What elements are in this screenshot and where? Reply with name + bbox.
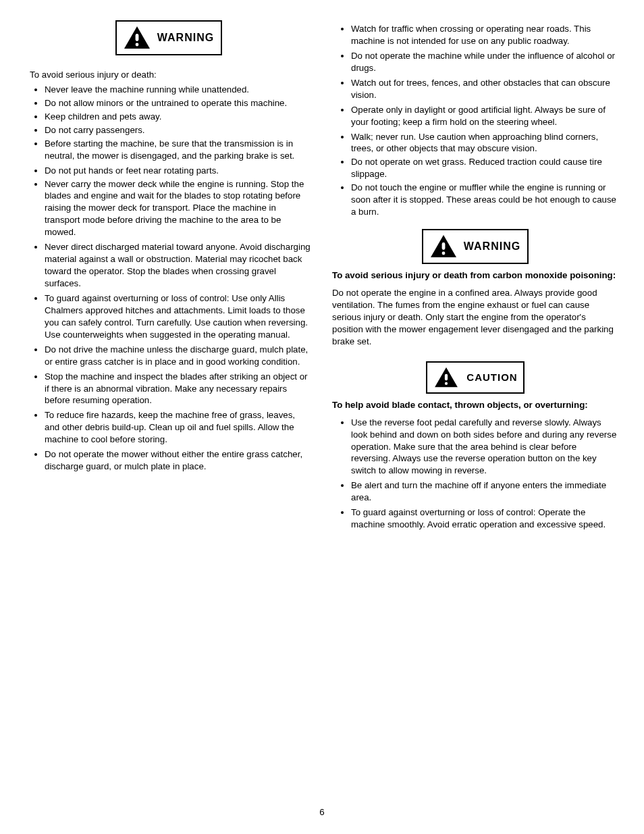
list-item: Do not operate the machine while under t…	[351, 50, 618, 74]
svg-point-1	[135, 43, 138, 47]
list-item: Do not put hands or feet near rotating p…	[45, 165, 312, 177]
svg-point-4	[441, 252, 445, 255]
list-item: Before starting the machine, be sure tha…	[45, 138, 312, 162]
list-item: Never carry the mower deck while the eng…	[45, 178, 312, 239]
warning-triangle-icon	[124, 26, 151, 50]
list-item: Walk; never run. Use caution when approa…	[351, 131, 618, 155]
list-item: Do not drive the machine unless the disc…	[45, 344, 312, 368]
list-item: Keep children and pets away.	[45, 111, 312, 123]
list-item: Do not operate on wet grass. Reduced tra…	[351, 156, 618, 180]
svg-rect-5	[441, 242, 445, 250]
list-item: Never leave the machine running while un…	[45, 84, 312, 96]
list-item: Do not allow minors or the untrained to …	[45, 97, 312, 109]
warning-label-1: WARNING	[157, 32, 214, 44]
list-item: Stop the machine and inspect the blades …	[45, 371, 312, 407]
warning-triangle-icon	[433, 365, 460, 390]
warning-triangle-icon	[430, 234, 457, 259]
list-item: Never direct discharged material toward …	[45, 241, 312, 290]
list-item: Do not operate the mower without either …	[45, 448, 312, 473]
caution-label: CAUTION	[466, 371, 517, 383]
list-item: Watch for traffic when crossing or opera…	[351, 23, 618, 47]
list-item: Do not carry passengers.	[45, 124, 312, 136]
warning-box-2: WARNING	[422, 229, 529, 264]
warning2-para: Do not operate the engine in a confined …	[332, 287, 618, 348]
caution-list: Use the reverse foot pedal carefully and…	[332, 417, 618, 531]
left-column: WARNING To avoid serious injury or death…	[26, 20, 312, 793]
list-item: To guard against overturning or loss of …	[351, 506, 618, 531]
warning2-intro: To avoid serious injury or death from ca…	[332, 269, 618, 282]
caution-intro: To help avoid blade contact, thrown obje…	[332, 399, 618, 411]
list-item: To reduce fire hazards, keep the machine…	[45, 409, 312, 446]
warning-list-right: Watch for traffic when crossing or opera…	[332, 23, 618, 218]
svg-rect-2	[135, 34, 138, 41]
list-item: Be alert and turn the machine off if any…	[351, 479, 618, 504]
warning-box-1: WARNING	[115, 20, 222, 55]
svg-rect-8	[445, 373, 448, 380]
list-item: To guard against overturning or loss of …	[45, 292, 312, 341]
page-number: 6	[0, 807, 644, 834]
list-item: Watch out for trees, fences, and other o…	[351, 77, 618, 101]
svg-point-7	[445, 382, 448, 384]
list-item: Operate only in daylight or good artific…	[351, 104, 618, 128]
warning-label-2: WARNING	[464, 240, 520, 253]
warning-list-1: Never leave the machine running while un…	[26, 84, 312, 473]
list-item: Do not touch the engine or muffler while…	[351, 182, 618, 218]
list-item: Use the reverse foot pedal carefully and…	[351, 417, 618, 477]
right-column: Watch for traffic when crossing or opera…	[332, 20, 618, 793]
intro-text-1: To avoid serious injury or death:	[26, 69, 312, 81]
caution-box: CAUTION	[426, 361, 524, 394]
